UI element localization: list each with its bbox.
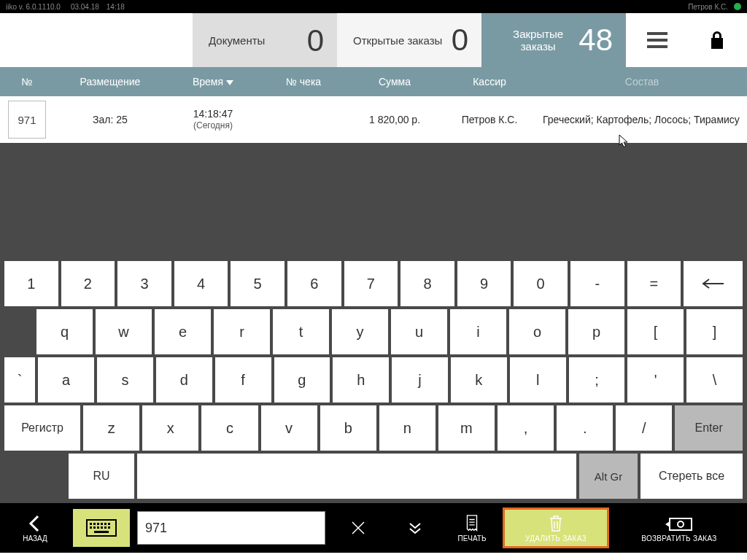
key-'[interactable]: ' — [627, 357, 684, 402]
key-o[interactable]: o — [509, 309, 565, 354]
lock-button[interactable] — [687, 13, 747, 67]
key-y[interactable]: y — [332, 309, 388, 354]
key-t[interactable]: t — [273, 309, 329, 354]
svg-rect-2 — [90, 523, 92, 525]
col-cashier[interactable]: Кассир — [442, 76, 537, 88]
key-x[interactable]: x — [142, 405, 198, 451]
refund-order-button[interactable]: ВОЗВРАТИТЬ ЗАКАЗ — [611, 503, 747, 553]
key-n[interactable]: n — [379, 405, 436, 451]
key-z[interactable]: z — [83, 405, 139, 451]
key-/[interactable]: / — [616, 405, 672, 451]
key-l[interactable]: l — [510, 357, 566, 402]
order-row[interactable]: 971 Зал: 25 14:18:47(Сегодня) 1 820,00 р… — [0, 96, 747, 143]
column-header: № Размещение Время № чека Сумма Кассир С… — [0, 67, 747, 96]
key-2[interactable]: 2 — [61, 261, 115, 306]
svg-rect-10 — [97, 526, 99, 529]
double-chevron-down-icon — [407, 520, 423, 536]
col-time[interactable]: Время — [166, 76, 260, 88]
key-d[interactable]: d — [156, 357, 212, 402]
list-empty-area — [0, 143, 747, 258]
key-altgr[interactable]: Alt Gr — [579, 454, 638, 499]
order-cashier: Петров К.С. — [442, 114, 537, 125]
key-language[interactable]: RU — [69, 454, 134, 499]
key-v[interactable]: v — [261, 405, 317, 451]
key--[interactable]: - — [570, 261, 624, 306]
clear-search-button[interactable] — [330, 503, 387, 553]
key-g[interactable]: g — [274, 357, 330, 402]
trash-icon — [547, 514, 565, 533]
key-a[interactable]: a — [38, 357, 94, 402]
svg-rect-15 — [670, 518, 692, 530]
tab-closed-orders[interactable]: Закрытые заказы 48 — [481, 13, 626, 67]
key-q[interactable]: q — [36, 309, 93, 354]
status-user: Петров К.С. — [688, 3, 728, 11]
lock-icon — [708, 30, 726, 50]
top-bar: Документы 0 Открытые заказы 0 Закрытые з… — [0, 13, 747, 67]
menu-button[interactable] — [627, 13, 687, 67]
search-input[interactable] — [137, 511, 325, 545]
key-h[interactable]: h — [333, 357, 389, 402]
key-r[interactable]: r — [214, 309, 270, 354]
svg-rect-4 — [97, 523, 99, 525]
col-place[interactable]: Размещение — [54, 76, 166, 88]
svg-rect-8 — [90, 526, 92, 529]
col-no[interactable]: № — [0, 76, 54, 88]
back-button[interactable]: НАЗАД — [0, 503, 70, 553]
svg-rect-6 — [104, 523, 107, 525]
tab-documents[interactable]: Документы 0 — [193, 13, 337, 67]
keyboard-toggle-button[interactable] — [73, 509, 130, 547]
key-space[interactable] — [137, 454, 576, 499]
key-.[interactable]: . — [557, 405, 613, 451]
tab-open-orders[interactable]: Открытые заказы 0 — [337, 13, 481, 67]
search-field-wrap — [137, 511, 325, 545]
svg-rect-3 — [93, 523, 96, 525]
print-button[interactable]: ПЕЧАТЬ — [444, 503, 500, 553]
key-f[interactable]: f — [215, 357, 271, 402]
status-bar: iiko v. 6.0.1110.0 03.04.18 14:18 Петров… — [0, 0, 747, 13]
key-c[interactable]: c — [201, 405, 258, 451]
col-items[interactable]: Состав — [537, 76, 747, 88]
key-7[interactable]: 7 — [344, 261, 398, 306]
key-clear-all[interactable]: Стереть все — [640, 454, 743, 499]
key-`[interactable]: ` — [4, 357, 35, 402]
key-5[interactable]: 5 — [231, 261, 285, 306]
key-shift[interactable]: Регистр — [4, 405, 80, 451]
key-;[interactable]: ; — [569, 357, 625, 402]
col-check[interactable]: № чека — [260, 76, 347, 88]
col-sum[interactable]: Сумма — [347, 76, 442, 88]
key-[[interactable]: [ — [627, 309, 684, 354]
key-b[interactable]: b — [320, 405, 376, 451]
key-8[interactable]: 8 — [400, 261, 454, 306]
key-e[interactable]: e — [155, 309, 211, 354]
key-p[interactable]: p — [568, 309, 624, 354]
key-backspace[interactable] — [684, 261, 743, 306]
app-version: iiko v. 6.0.1110.0 — [6, 3, 61, 11]
key-enter[interactable]: Enter — [675, 405, 743, 451]
key-3[interactable]: 3 — [117, 261, 171, 306]
key-,[interactable]: , — [498, 405, 554, 451]
tab-count: 48 — [578, 23, 613, 58]
status-date: 03.04.18 — [71, 3, 99, 11]
key-j[interactable]: j — [392, 357, 448, 402]
key-=[interactable]: = — [627, 261, 681, 306]
key-i[interactable]: i — [450, 309, 506, 354]
key-m[interactable]: m — [438, 405, 495, 451]
key-k[interactable]: k — [451, 357, 507, 402]
key-9[interactable]: 9 — [457, 261, 511, 306]
key-s[interactable]: s — [97, 357, 153, 402]
svg-rect-11 — [101, 526, 103, 529]
key-0[interactable]: 0 — [514, 261, 568, 306]
delete-order-button[interactable]: УДАЛИТЬ ЗАКАЗ — [503, 508, 609, 548]
keyboard-icon — [86, 519, 117, 537]
key-1[interactable]: 1 — [4, 261, 58, 306]
key-\[interactable]: \ — [686, 357, 743, 402]
order-no: 971 — [8, 101, 46, 139]
key-4[interactable]: 4 — [174, 261, 228, 306]
key-w[interactable]: w — [96, 309, 152, 354]
scroll-down-button[interactable] — [387, 503, 444, 553]
tab-count: 0 — [307, 23, 324, 58]
key-][interactable]: ] — [686, 309, 743, 354]
key-u[interactable]: u — [391, 309, 447, 354]
order-sum: 1 820,00 р. — [347, 114, 442, 125]
key-6[interactable]: 6 — [287, 261, 341, 306]
